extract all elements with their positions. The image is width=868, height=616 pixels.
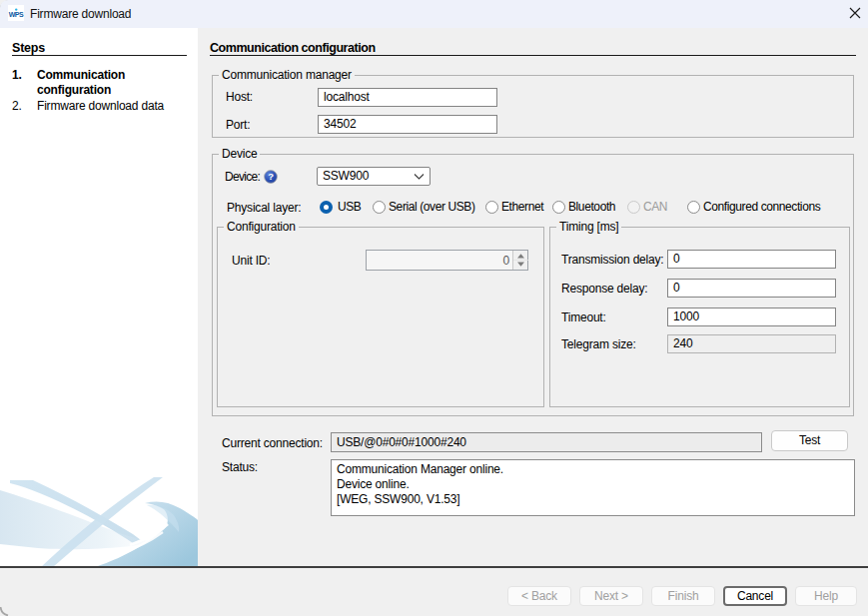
- svg-text:WPS: WPS: [9, 11, 24, 18]
- svg-text:?: ?: [268, 171, 274, 182]
